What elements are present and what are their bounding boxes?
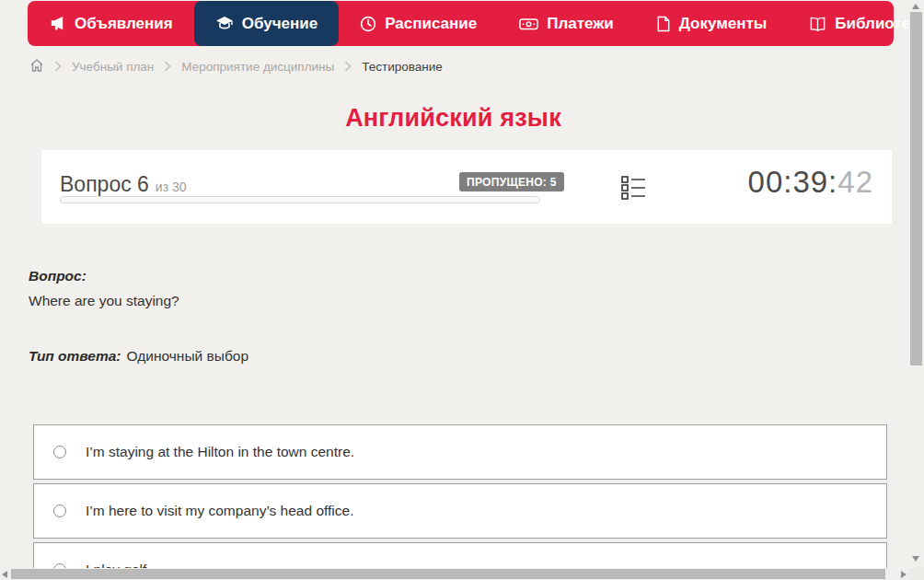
skipped-badge: ПРОПУЩЕНО: 5 [459, 172, 564, 191]
breadcrumb: Учебный план Мероприятие дисциплины Тест… [29, 57, 443, 75]
vertical-scrollbar-thumb[interactable] [910, 12, 922, 365]
timer-main: 00:39: [748, 165, 838, 199]
nav-item-label: Расписание [385, 15, 477, 33]
question-list-icon[interactable] [621, 175, 646, 204]
radio-button-icon[interactable] [53, 505, 66, 517]
megaphone-icon [49, 15, 66, 32]
scroll-up-arrow-icon[interactable] [912, 4, 919, 9]
scroll-down-arrow-icon[interactable] [912, 556, 919, 562]
scroll-left-arrow-icon[interactable] [2, 571, 7, 578]
timer-seconds: 42 [837, 165, 873, 199]
graduation-cap-icon [215, 15, 234, 32]
nav-item-learning[interactable]: Обучение [194, 1, 339, 46]
answer-option-2[interactable]: I’m here to visit my company’s head offi… [33, 483, 887, 539]
nav-item-schedule[interactable]: Расписание [339, 1, 498, 46]
nav-item-label: Платежи [547, 15, 614, 33]
nav-item-documents[interactable]: Документы [635, 1, 789, 46]
clock-icon [360, 16, 376, 32]
question-number: Вопрос 6 [60, 172, 149, 197]
scrollbar-corner [908, 568, 924, 580]
quiz-timer: 00:39:42 [748, 165, 873, 200]
home-icon[interactable] [29, 58, 44, 75]
question-text: Where are you staying? [29, 293, 884, 309]
quiz-progress-bar [60, 196, 540, 203]
question-block: Вопрос: Where are you staying? [29, 268, 884, 309]
breadcrumb-testing: Тестирование [362, 60, 443, 74]
answer-type-row: Тип ответа:Одиночный выбор [29, 348, 248, 365]
answer-type-label: Тип ответа: [29, 348, 121, 364]
radio-button-icon[interactable] [53, 446, 66, 458]
nav-item-payments[interactable]: Платежи [498, 1, 635, 46]
nav-item-announcements[interactable]: Объявления [28, 1, 194, 46]
question-heading: Вопрос: [29, 268, 884, 284]
chevron-right-icon [54, 61, 62, 72]
breadcrumb-curriculum[interactable]: Учебный план [72, 60, 154, 74]
chevron-right-icon [344, 61, 352, 72]
answer-option-1[interactable]: I’m staying at the Hilton in the town ce… [33, 424, 887, 480]
nav-item-label: Документы [679, 15, 768, 33]
answer-option-label: I’m here to visit my company’s head offi… [86, 503, 353, 519]
vertical-scrollbar[interactable] [908, 0, 924, 568]
answer-options: I’m staying at the Hilton in the town ce… [33, 424, 887, 580]
nav-item-library[interactable]: Библиотека [788, 1, 924, 46]
nav-item-label: Обучение [242, 15, 318, 33]
scroll-right-arrow-icon[interactable] [901, 571, 907, 578]
answer-option-label: I’m staying at the Hilton in the town ce… [86, 444, 354, 460]
document-icon [656, 16, 671, 32]
main-navbar: Объявления Обучение Расписание Платежи Д… [28, 1, 894, 46]
chevron-right-icon [164, 61, 171, 72]
nav-item-label: Объявления [75, 15, 173, 33]
quiz-header-card: Вопрос 6 из 30 ПРОПУЩЕНО: 5 00:39:42 [41, 150, 892, 224]
horizontal-scrollbar-thumb[interactable] [11, 569, 885, 579]
horizontal-scrollbar[interactable] [0, 568, 908, 580]
answer-type-value: Одиночный выбор [127, 348, 249, 364]
book-icon [809, 16, 826, 32]
page-title: Английский язык [0, 104, 907, 133]
banknote-icon [519, 16, 538, 32]
breadcrumb-discipline-event[interactable]: Мероприятие дисциплины [181, 60, 334, 74]
question-total: из 30 [156, 180, 187, 194]
